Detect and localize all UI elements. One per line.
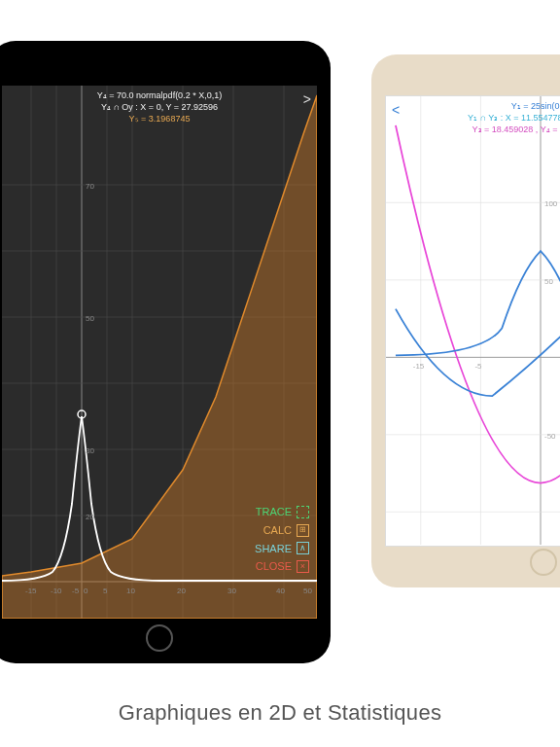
screen-light-bezel: -15-5515 10050-50 < Y₁ = 25sin(0.2X) Y₁ … bbox=[385, 95, 560, 547]
svg-text:-10: -10 bbox=[51, 587, 62, 595]
calc-button[interactable]: CALC⊞ bbox=[255, 521, 309, 540]
svg-text:70: 70 bbox=[86, 182, 94, 191]
svg-text:40: 40 bbox=[276, 587, 285, 595]
page-caption: Graphiques en 2D et Statistiques bbox=[0, 700, 560, 726]
svg-text:30: 30 bbox=[86, 446, 94, 455]
graph-screen-light[interactable]: -15-5515 10050-50 < Y₁ = 25sin(0.2X) Y₁ … bbox=[386, 96, 560, 546]
home-button-dark[interactable] bbox=[146, 624, 173, 652]
svg-text:50: 50 bbox=[544, 277, 553, 286]
svg-text:-15: -15 bbox=[413, 362, 425, 371]
svg-text:20: 20 bbox=[86, 513, 94, 521]
svg-text:-5: -5 bbox=[474, 362, 482, 371]
svg-text:50: 50 bbox=[86, 314, 94, 323]
svg-text:-50: -50 bbox=[544, 432, 556, 441]
calc-icon: ⊞ bbox=[297, 524, 309, 537]
intersection-y1-y3: Y₁ ∩ Y₃ : X = 11.554778, Y = 18.45902 bbox=[386, 112, 560, 124]
svg-text:10: 10 bbox=[126, 587, 135, 595]
nav-next-icon[interactable]: > bbox=[303, 91, 311, 107]
graph-menu-left: TRACE CALC⊞ SHARE∧ CLOSE× bbox=[255, 503, 309, 576]
close-icon: × bbox=[297, 560, 309, 573]
screen-dark-bezel: -15-10-5051020304050 70503020 Y₄ = 70.0 … bbox=[2, 86, 317, 619]
intersection-y4-oy: Y₄ ∩ Oy : X = 0, Y = 27.92596 bbox=[2, 101, 317, 113]
svg-text:100: 100 bbox=[544, 199, 558, 208]
graph-screen-dark[interactable]: -15-10-5051020304050 70503020 Y₄ = 70.0 … bbox=[2, 86, 317, 619]
close-button[interactable]: CLOSE× bbox=[255, 557, 309, 576]
ipad-light: -15-5515 10050-50 < Y₁ = 25sin(0.2X) Y₁ … bbox=[371, 54, 560, 587]
equation-y3-y4: Y₃ = 18.459028 , Y₄ = 2.2538278E-0 bbox=[386, 124, 560, 135]
share-button[interactable]: SHARE∧ bbox=[255, 540, 309, 558]
share-label: SHARE bbox=[255, 540, 292, 558]
close-label: CLOSE bbox=[256, 557, 292, 576]
trace-button[interactable]: TRACE bbox=[255, 503, 309, 521]
svg-text:30: 30 bbox=[228, 587, 236, 595]
svg-text:50: 50 bbox=[303, 587, 312, 595]
equation-block-left: Y₄ = 70.0 normalpdf(0.2 * X,0,1) Y₄ ∩ Oy… bbox=[2, 89, 317, 124]
chart-right: -15-5515 10050-50 bbox=[386, 96, 560, 545]
calc-label: CALC bbox=[263, 521, 292, 540]
equation-y1: Y₁ = 25sin(0.2X) bbox=[386, 100, 560, 112]
equation-y4: Y₄ = 70.0 normalpdf(0.2 * X,0,1) bbox=[2, 89, 317, 101]
trace-label: TRACE bbox=[256, 503, 292, 521]
ipad-dark: -15-10-5051020304050 70503020 Y₄ = 70.0 … bbox=[0, 41, 331, 663]
trace-icon bbox=[297, 506, 309, 518]
svg-text:-5: -5 bbox=[72, 587, 80, 595]
share-icon: ∧ bbox=[297, 542, 309, 554]
svg-text:5: 5 bbox=[103, 587, 108, 595]
equation-y5: Y₅ = 3.1968745 bbox=[2, 113, 317, 124]
home-button-light[interactable] bbox=[530, 549, 557, 576]
svg-text:20: 20 bbox=[177, 587, 186, 595]
equation-block-right: Y₁ = 25sin(0.2X) Y₁ ∩ Y₃ : X = 11.554778… bbox=[386, 100, 560, 135]
svg-text:-15: -15 bbox=[25, 587, 37, 595]
svg-text:0: 0 bbox=[84, 587, 88, 595]
